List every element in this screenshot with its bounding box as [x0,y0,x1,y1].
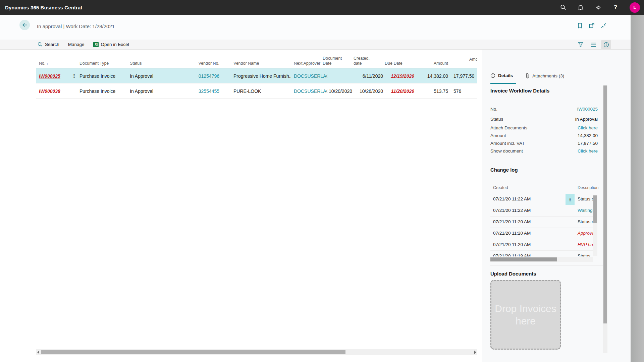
row-context-menu-icon[interactable]: ⋮ [71,68,77,83]
column-header-amount-incl-vat[interactable]: Amount [453,57,477,62]
changelog-description: Status c [578,196,594,201]
row-context-menu-icon[interactable]: ⋮ [566,194,575,205]
column-header-created-date[interactable]: Created, date [354,56,378,66]
show-document-link[interactable]: Click here [578,148,598,154]
changelog-row[interactable]: 07/21/20 11:20 AM Approva [490,228,594,239]
changelog-description: Status c [578,219,594,224]
help-icon[interactable]: ? [612,4,619,11]
field-label: Attach Documents [490,125,527,130]
active-tab-indicator [490,83,516,84]
field-label: Show document [490,148,523,154]
column-header-document-date[interactable]: Document Date [323,56,347,66]
table-row[interactable]: IW000025 ⋮ Purchase Invoice In Approval … [36,68,477,83]
info-pane-toggle[interactable] [601,40,611,49]
column-header-amount[interactable]: Amount [416,61,448,66]
changelog-row[interactable]: 07/21/20 11:19 AM Status [490,251,594,256]
vendor-no-link[interactable]: 01254796 [188,68,219,83]
list-page-card: In approval | Work Date: 1/28/2021 Searc… [0,15,631,362]
column-header-document-type[interactable]: Document Type [79,61,128,66]
field-label: Status [490,117,503,122]
due-date-cell: 12/19/2020 [385,68,414,83]
document-type-cell: Purchase Invoice [79,68,128,83]
document-date-cell: 10/20/2020 [323,83,352,99]
vendor-no-link[interactable]: 32554455 [188,83,219,99]
changelog-description: HVP ha [578,242,593,247]
table-row[interactable]: IW000038 Purchase Invoice In Approval 32… [36,83,477,99]
column-header-due-date[interactable]: Due Date [385,61,409,66]
document-date-cell [323,68,352,83]
manage-button[interactable]: Manage [68,42,85,47]
changelog-row[interactable]: 07/21/20 11:22 AM Waiting [490,205,594,217]
field-value: 17,977.50 [578,141,598,146]
open-in-new-window-icon[interactable] [589,23,595,28]
invoice-no-link[interactable]: IW000025 [39,68,76,83]
changelog-row[interactable]: 07/21/20 11:20 AM HVP ha [490,239,594,251]
scrollbar-thumb[interactable] [593,195,597,223]
invoice-no-link[interactable]: IW000038 [39,83,76,99]
search-icon [38,42,43,47]
list-view-icon[interactable] [588,40,598,49]
scroll-left-icon[interactable] [37,351,39,354]
field-row: Amount incl. VAT 17,977.50 [490,139,598,147]
field-label: Amount incl. VAT [490,141,525,146]
changelog-horizontal-scrollbar[interactable] [490,257,593,262]
amount-cell: 14,382.00 [416,68,448,83]
open-in-excel-button[interactable]: Open in Excel [93,42,129,47]
scroll-right-icon[interactable] [474,351,476,354]
manage-label: Manage [68,42,85,47]
invoice-no-link[interactable]: IW000025 [577,107,598,112]
action-toolbar: Search Manage Open in Excel [0,40,631,50]
page-header: In approval | Work Date: 1/28/2021 [0,15,631,40]
changelog-row[interactable]: 07/21/20 11:22 AM ⋮ Status c [490,194,594,205]
excel-icon [93,42,99,47]
next-approver-link[interactable]: DOCSUSERLAG [294,83,327,99]
changelog-rows: 07/21/20 11:22 AM ⋮ Status c 07/21/20 11… [490,194,594,256]
section-title-change-log: Change log [490,167,518,173]
tab-details[interactable]: Details [490,73,513,78]
tab-attachments[interactable]: Attachments (3) [526,73,564,78]
drop-invoices-dropzone[interactable]: Drop Invoices here [490,280,561,350]
section-title-upload: Upload Documents [490,271,536,277]
top-bar-actions: ? L [560,0,640,15]
changelog-created: 07/21/20 11:19 AM [493,253,531,256]
changelog-header-divider [490,193,591,193]
attach-documents-link[interactable]: Click here [578,125,598,130]
changelog-description: Status [578,253,590,256]
user-avatar[interactable]: L [630,2,640,13]
search-button[interactable]: Search [38,42,59,47]
scrollbar-thumb[interactable] [490,257,557,261]
column-header-vendor-name[interactable]: Vendor Name [233,61,291,66]
collapse-icon[interactable] [601,23,606,28]
changelog-created[interactable]: 07/21/20 11:22 AM [493,196,531,201]
tab-details-label: Details [498,73,513,78]
changelog-header-created[interactable]: Created [493,185,508,190]
bookmark-icon[interactable] [577,23,583,28]
page-header-actions [577,23,606,28]
table-horizontal-scrollbar[interactable] [36,349,477,355]
next-approver-link[interactable]: DOCSUSERLAG [294,68,327,83]
scrollbar-thumb[interactable] [603,85,607,323]
column-header-vendor-no[interactable]: Vendor No. [188,61,219,66]
settings-gear-icon[interactable] [595,4,601,11]
breadcrumb: In approval | Work Date: 1/28/2021 [37,23,115,29]
created-date-cell: 10/26/2020 [354,83,383,99]
back-button[interactable] [19,20,30,30]
column-header-no[interactable]: No.↑ [39,61,76,66]
filter-icon[interactable] [576,40,586,49]
changelog-row[interactable]: 07/21/20 11:20 AM Status c [490,217,594,228]
changelog-vertical-scrollbar[interactable] [593,195,597,256]
notifications-bell-icon[interactable] [577,4,584,11]
column-header-next-approver[interactable]: Next Approver [294,61,327,66]
field-label: No. [490,107,497,112]
factbox-tabs: Details Attachments (3) [482,70,631,84]
search-icon[interactable] [560,4,567,11]
column-header-status[interactable]: Status [130,61,187,66]
changelog-description-link[interactable]: Waiting [578,208,593,213]
field-row: Show document Click here [490,147,598,155]
changelog-created: 07/21/20 11:20 AM [493,231,531,236]
page-backdrop [631,15,644,362]
changelog-header-description[interactable]: Description [578,185,599,190]
scrollbar-thumb[interactable] [41,350,345,354]
sort-ascending-icon: ↑ [46,61,48,65]
factbox-vertical-scrollbar[interactable] [603,85,607,353]
